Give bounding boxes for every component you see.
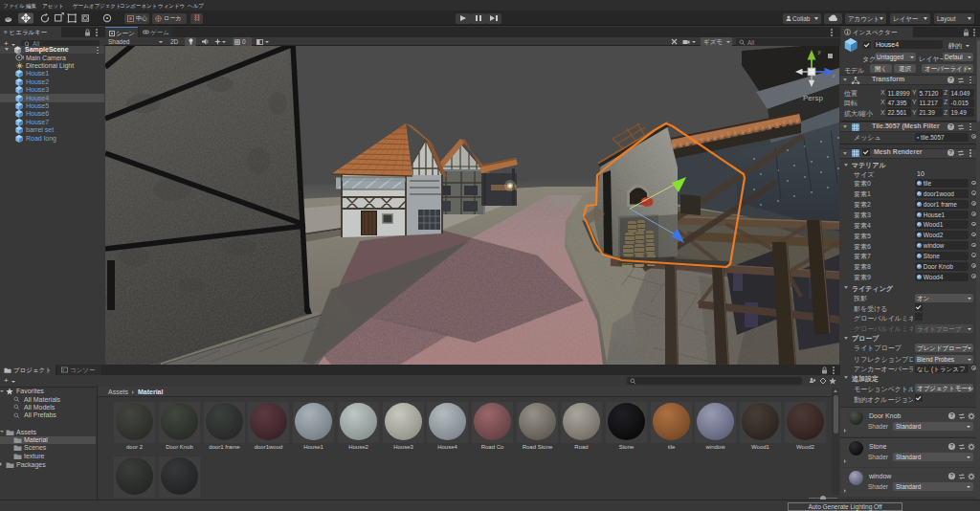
svg-text:y: y: [818, 49, 821, 55]
svg-text:Persp: Persp: [803, 94, 823, 102]
svg-text:z: z: [833, 73, 835, 78]
